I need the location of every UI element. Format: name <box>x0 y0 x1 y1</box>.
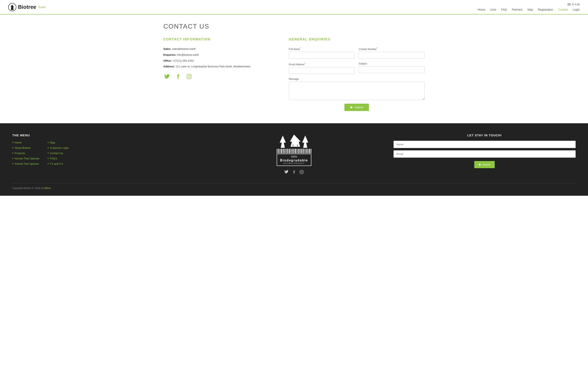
svg-point-8 <box>190 75 190 75</box>
svg-marker-9 <box>350 106 353 109</box>
svg-rect-52 <box>308 149 309 153</box>
svg-rect-49 <box>306 149 306 153</box>
newsletter-email-input[interactable] <box>393 150 576 158</box>
svg-rect-22 <box>284 149 284 153</box>
subject-input[interactable] <box>359 66 425 73</box>
contact-number-label: Contact Number* <box>359 47 425 51</box>
submit-row: Submit <box>289 104 425 111</box>
footer-menu-col-1: Home About Biotree Products Human Tree S… <box>12 141 39 167</box>
svg-rect-21 <box>283 149 283 153</box>
footer-menu-faqs[interactable]: FAQ's <box>48 156 69 160</box>
footer-menu-map[interactable]: Map <box>48 141 69 144</box>
email-group: Email Address* <box>289 62 355 74</box>
footer-social-icons <box>284 170 304 175</box>
enquiries-heading: GENERAL ENQUIRIES <box>289 38 425 41</box>
footer-menu-about[interactable]: About Biotree <box>12 146 39 150</box>
badge-percent: 100% <box>280 155 308 158</box>
footer-menu-customer-login[interactable]: Customer Login <box>48 146 69 150</box>
svg-rect-43 <box>301 149 301 153</box>
facebook-icon[interactable] <box>174 73 182 80</box>
svg-rect-26 <box>287 149 288 153</box>
nav-registration[interactable]: Registration <box>538 8 553 11</box>
svg-rect-50 <box>307 149 307 153</box>
footer-facebook-icon[interactable] <box>293 170 295 175</box>
contact-number-input[interactable] <box>359 52 425 59</box>
subject-group: Subject <box>359 62 425 74</box>
submit-icon <box>350 106 353 109</box>
nav-urns[interactable]: Urns <box>490 8 496 11</box>
nav-contact[interactable]: Contact <box>558 8 568 11</box>
newsletter-heading: LET STAY IN TOUCH! <box>393 133 576 137</box>
footer-grid: THE MENU Home About Biotree Products Hum… <box>12 133 576 175</box>
email-input[interactable] <box>289 67 355 74</box>
enquiries-section: GENERAL ENQUIRIES Full Name* Contact Num… <box>289 38 425 111</box>
twitter-icon[interactable] <box>163 73 171 80</box>
newsletter-submit-label: submit <box>483 163 490 166</box>
nav-map[interactable]: Map <box>527 8 533 11</box>
billow-link[interactable]: Billow <box>44 187 51 190</box>
message-textarea[interactable] <box>289 82 425 100</box>
svg-rect-29 <box>289 149 290 153</box>
svg-point-7 <box>188 75 190 78</box>
footer-menu-col-2: Map Customer Login Contact Us FAQ's T's … <box>48 141 69 167</box>
footer-menu-animal[interactable]: Animal Tree Species <box>12 162 39 165</box>
trees-svg <box>277 133 311 154</box>
enquiries-email: info@biotree.earth <box>177 53 199 56</box>
svg-marker-12 <box>302 135 308 148</box>
svg-rect-47 <box>304 149 305 153</box>
footer-menu-human[interactable]: Human Tree Species <box>12 156 39 160</box>
footer-logo: 100% Biodegradable NATURAL PRODUCT <box>277 133 311 175</box>
nav-home[interactable]: Home <box>478 8 485 11</box>
svg-marker-10 <box>280 135 286 148</box>
svg-rect-51 <box>308 149 308 153</box>
main-content: CONTACT US CONTACT INFORMATION Sales: sa… <box>151 14 437 123</box>
submit-button[interactable]: Submit <box>344 104 369 111</box>
svg-marker-11 <box>290 134 301 147</box>
email-label: Email Address* <box>289 62 355 66</box>
copyright-text: Copyright Biotree © | Built by <box>12 187 44 190</box>
svg-rect-14 <box>278 149 278 153</box>
footer-logo-section: 100% Biodegradable NATURAL PRODUCT <box>203 133 385 175</box>
page-title: CONTACT US <box>163 23 425 30</box>
svg-marker-59 <box>479 164 481 166</box>
sales-email: sales@biotree.earth <box>172 47 196 51</box>
nav-partners[interactable]: Partners <box>512 8 523 11</box>
footer-menu-home[interactable]: Home <box>12 141 39 144</box>
svg-rect-34 <box>294 149 294 153</box>
footer-menu-ts[interactable]: T's and C's <box>48 162 69 165</box>
cart-area[interactable]: R 0.00 <box>567 3 580 6</box>
nav-login[interactable]: Login <box>573 8 580 11</box>
svg-rect-35 <box>294 149 295 153</box>
form-row-2: Email Address* Subject <box>289 62 425 74</box>
svg-point-58 <box>302 171 303 171</box>
svg-rect-56 <box>300 170 303 174</box>
newsletter-name-input[interactable] <box>393 141 576 148</box>
address-info: Address: 111 Lake rd, Longmeadow Busines… <box>163 64 277 69</box>
svg-rect-15 <box>278 149 279 153</box>
contact-number-group: Contact Number* <box>359 47 425 59</box>
badge-bio: Biodegradable <box>280 159 308 162</box>
full-name-group: Full Name* <box>289 47 355 59</box>
contact-info: Sales: sales@biotree.earth Enquiries: in… <box>163 47 277 69</box>
newsletter-submit-button[interactable]: submit <box>474 161 495 168</box>
svg-rect-36 <box>295 149 296 153</box>
header-right: R 0.00 Home Urns FAQ Partners Map Regist… <box>478 3 580 11</box>
footer-menu-contact[interactable]: Contact Us <box>48 151 69 155</box>
svg-rect-44 <box>302 149 302 153</box>
newsletter-submit-icon <box>479 164 481 166</box>
nav-faq[interactable]: FAQ <box>501 8 507 11</box>
message-label: Message <box>289 78 425 80</box>
svg-rect-17 <box>280 149 280 153</box>
message-group: Message <box>289 78 425 100</box>
svg-rect-23 <box>285 149 285 153</box>
full-name-input[interactable] <box>289 52 355 59</box>
svg-rect-45 <box>303 149 303 153</box>
svg-rect-53 <box>309 149 310 153</box>
footer-twitter-icon[interactable] <box>284 170 289 175</box>
footer-instagram-icon[interactable] <box>299 170 304 175</box>
logo[interactable]: Biotree ·Earth <box>8 3 46 11</box>
enquiries-info: Enquiries: info@biotree.earth <box>163 53 277 57</box>
svg-rect-37 <box>296 149 297 153</box>
instagram-icon[interactable] <box>186 73 193 80</box>
footer-menu-products[interactable]: Products <box>12 151 39 155</box>
